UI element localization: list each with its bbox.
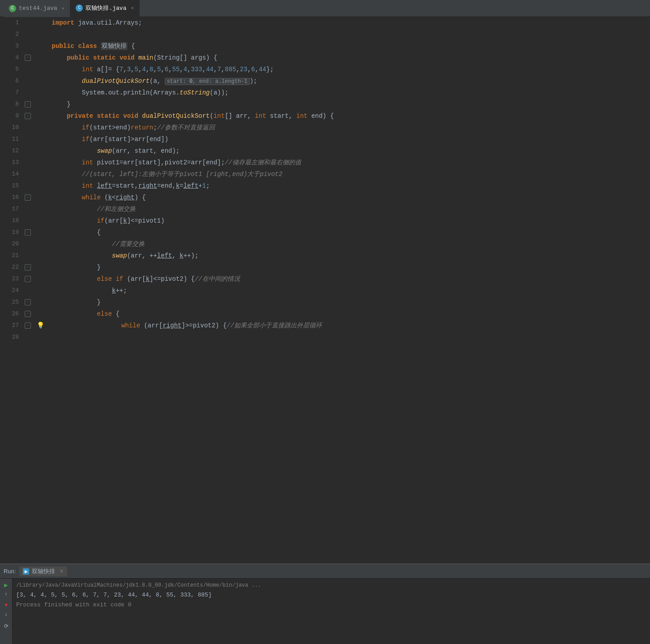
gutter-23[interactable]: −	[22, 273, 33, 285]
fold-icon-25[interactable]: −	[25, 299, 31, 305]
code-line-14: //(start, left]:左侧小于等于pivot1 [right,end)…	[33, 168, 650, 180]
code-text-26: else {	[37, 308, 120, 320]
code-line-12: swap(arr, start, end);	[33, 145, 650, 157]
line-6: 6	[0, 75, 19, 87]
gutter-4[interactable]: −	[22, 52, 33, 64]
code-text-12: swap(arr, start, end);	[37, 145, 180, 157]
line-25: 25	[0, 296, 19, 308]
code-text-24: k++;	[37, 285, 127, 296]
code-text-9: private static void dualPivotQuickSort(i…	[37, 110, 334, 122]
fold-icon-19[interactable]: −	[25, 229, 31, 236]
tab-close-dualpivot[interactable]: ✕	[131, 5, 134, 11]
gutter-21	[22, 250, 33, 262]
run-exit-line: Process finished with exit code 0	[16, 600, 261, 610]
code-line-17: //和左侧交换	[33, 203, 650, 215]
line-8: 8	[0, 99, 19, 110]
gutter-5	[22, 64, 33, 75]
gutter-12	[22, 145, 33, 157]
run-panel: Run: ▶ 双轴快排 ✕ ▶ ↑ ■ ↓ ⟳ /Library/Java/Ja…	[0, 563, 650, 644]
code-line-28	[33, 331, 650, 343]
line-5: 5	[0, 64, 19, 75]
tab-icon-test44: C	[9, 5, 16, 12]
code-text-16: while (k<right) {	[37, 192, 146, 203]
code-line-6: dualPivotQuickSort(a, start: 0, end: a.l…	[33, 75, 650, 87]
gutter-8[interactable]: −	[22, 99, 33, 110]
code-text-18: if(arr[k]<=pivot1)	[37, 215, 165, 227]
line-23: 23	[0, 273, 19, 285]
code-line-15: int left=start,right=end,k=left+1;	[33, 180, 650, 192]
line-numbers: 1 2 ▶ 3 ▶ 4 5 6 7 8 9 10 11 12 13 14 15 …	[0, 17, 22, 563]
line-15: 15	[0, 180, 19, 192]
code-line-1: import java.util.Arrays;	[33, 17, 650, 29]
fold-icon-16[interactable]: −	[25, 194, 31, 201]
line-13: 13	[0, 157, 19, 168]
code-line-22: }	[33, 262, 650, 273]
run-toolbar: ▶ ↑ ■ ↓ ⟳	[0, 579, 13, 644]
fold-icon-23[interactable]: −	[25, 276, 31, 282]
gutter-25[interactable]: −	[22, 296, 33, 308]
code-text-17: //和左侧交换	[37, 203, 136, 215]
fold-icon-26[interactable]: −	[25, 311, 31, 317]
gutter-16[interactable]: −	[22, 192, 33, 203]
code-line-24: k++;	[33, 285, 650, 296]
gutter-20	[22, 238, 33, 250]
code-line-16: while (k<right) {	[33, 192, 650, 203]
gutter-2	[22, 29, 33, 40]
code-line-23: else if (arr[k]<=pivot2) {//在中间的情况	[33, 273, 650, 285]
tab-label-test44: test44.java	[19, 5, 57, 12]
gutter-14	[22, 168, 33, 180]
gutter-28	[22, 331, 33, 343]
run-rerun-button[interactable]: ⟳	[2, 622, 11, 631]
line-28: 28	[0, 331, 19, 343]
gutter-26[interactable]: −	[22, 308, 33, 320]
gutter: − − − − − − − −	[22, 17, 33, 563]
run-up-button[interactable]: ↑	[2, 590, 11, 599]
line-22: 22	[0, 262, 19, 273]
code-text-11: if(arr[start]>arr[end])	[37, 133, 168, 145]
fold-icon-9[interactable]: −	[25, 113, 31, 119]
code-line-13: int pivot1=arr[start],pivot2=arr[end];//…	[33, 157, 650, 168]
gutter-10	[22, 122, 33, 133]
tab-test44[interactable]: C test44.java ✕	[4, 0, 70, 17]
code-text-19: {	[37, 227, 101, 238]
code-text-25: }	[37, 296, 101, 308]
tab-dualpivot[interactable]: C 双轴快排.java ✕	[70, 0, 140, 17]
code-text-27: while (arr[right]>=pivot2) {//如果全部小于直接跳出…	[46, 320, 322, 331]
code-line-4: public static void main(String[] args) {	[33, 52, 650, 64]
tab-bar: C test44.java ✕ C 双轴快排.java ✕	[0, 0, 650, 17]
gutter-27[interactable]: −	[22, 320, 33, 331]
run-play-button[interactable]: ▶	[2, 580, 11, 589]
code-line-27: 💡 while (arr[right]>=pivot2) {//如果全部小于直接…	[33, 320, 650, 331]
code-text-15: int left=start,right=end,k=left+1;	[37, 180, 210, 192]
gutter-22[interactable]: −	[22, 262, 33, 273]
fold-icon-22[interactable]: −	[25, 264, 31, 270]
run-body: ▶ ↑ ■ ↓ ⟳ /Library/Java/JavaVirtualMachi…	[0, 579, 650, 644]
gutter-19[interactable]: −	[22, 227, 33, 238]
gutter-1	[22, 17, 33, 29]
fold-icon-27[interactable]: −	[25, 322, 31, 329]
run-output: /Library/Java/JavaVirtualMachines/jdk1.8…	[13, 579, 265, 644]
code-text-3: public class 双轴快排 {	[37, 40, 135, 52]
tab-close-test44[interactable]: ✕	[62, 5, 65, 11]
fold-icon-8[interactable]: −	[25, 101, 31, 107]
code-text-10: if(start>end)return;//参数不对直接返回	[37, 122, 215, 133]
gutter-13	[22, 157, 33, 168]
code-line-5: int a[]= {7,3,5,4,8,5,6,55,4,333,44,7,88…	[33, 64, 650, 75]
gutter-3	[22, 40, 33, 52]
gutter-9[interactable]: −	[22, 110, 33, 122]
line-4: ▶ 4	[0, 52, 19, 64]
line-9: 9	[0, 110, 19, 122]
code-line-26: else {	[33, 308, 650, 320]
run-stop-button[interactable]: ■	[2, 600, 11, 609]
code-area[interactable]: import java.util.Arrays; public class 双轴…	[33, 17, 650, 563]
code-text-4: public static void main(String[] args) {	[37, 52, 217, 64]
code-text-5: int a[]= {7,3,5,4,8,5,6,55,4,333,44,7,88…	[37, 64, 274, 75]
code-line-25: }	[33, 296, 650, 308]
line-7: 7	[0, 87, 19, 99]
run-down-button[interactable]: ↓	[2, 610, 11, 619]
fold-icon-4[interactable]: −	[25, 55, 31, 61]
code-line-7: System.out.println(Arrays.toString(a));	[33, 87, 650, 99]
run-tab[interactable]: ▶ 双轴快排 ✕	[19, 567, 67, 576]
line-26: 26	[0, 308, 19, 320]
run-tab-close[interactable]: ✕	[60, 568, 64, 574]
